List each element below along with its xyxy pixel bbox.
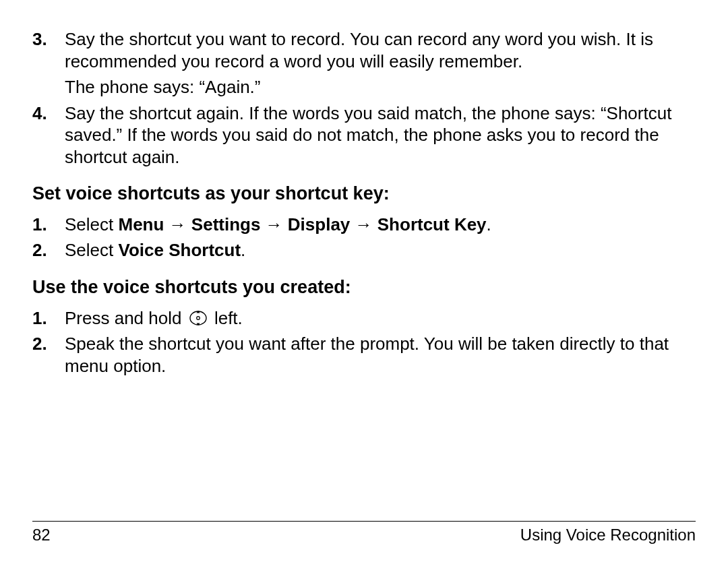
step-suffix: . — [241, 240, 245, 260]
step-4: 4. Say the shortcut again. If the words … — [32, 102, 696, 168]
step-number: 1. — [32, 214, 65, 236]
step-number: 3. — [32, 28, 65, 98]
svg-point-1 — [196, 316, 200, 319]
content-area: 3. Say the shortcut you want to record. … — [32, 28, 696, 377]
step-suffix: . — [487, 214, 491, 235]
svg-point-0 — [190, 311, 206, 325]
step-text: Say the shortcut again. If the words you… — [65, 102, 696, 168]
menu-path: Menu → Settings → Display → Shortcut Key — [119, 214, 487, 235]
page-number: 82 — [32, 526, 51, 544]
step-body: Select Voice Shortcut. — [65, 239, 696, 261]
step-text: Say the shortcut you want to record. You… — [65, 28, 696, 72]
step-number: 4. — [32, 102, 65, 168]
set-step-2: 2. Select Voice Shortcut. — [32, 239, 696, 261]
step-number: 2. — [32, 333, 65, 377]
step-3: 3. Say the shortcut you want to record. … — [32, 28, 696, 98]
heading-use-shortcuts: Use the voice shortcuts you created: — [32, 276, 696, 299]
step-prefix: Press and hold — [65, 308, 187, 328]
step-body: Press and hold left. — [65, 307, 696, 330]
step-body: Say the shortcut you want to record. You… — [65, 28, 696, 98]
heading-set-shortcut-key: Set voice shortcuts as your shortcut key… — [32, 183, 696, 206]
menu-option: Voice Shortcut — [119, 240, 241, 260]
step-subtext: The phone says: “Again.” — [65, 76, 696, 98]
page-footer: 82 Using Voice Recognition — [32, 521, 696, 544]
step-number: 1. — [32, 307, 65, 330]
step-prefix: Select — [65, 214, 119, 235]
page: 3. Say the shortcut you want to record. … — [0, 0, 728, 562]
set-step-1: 1. Select Menu → Settings → Display → Sh… — [32, 214, 696, 236]
section-title: Using Voice Recognition — [520, 526, 696, 544]
step-number: 2. — [32, 239, 65, 261]
step-body: Say the shortcut again. If the words you… — [65, 102, 696, 168]
nav-key-icon — [189, 309, 207, 327]
step-prefix: Select — [65, 240, 119, 260]
step-body: Speak the shortcut you want after the pr… — [65, 333, 696, 377]
step-suffix: left. — [210, 308, 243, 328]
use-step-1: 1. Press and hold left. — [32, 307, 696, 330]
step-body: Select Menu → Settings → Display → Short… — [65, 214, 696, 236]
footer-row: 82 Using Voice Recognition — [32, 526, 696, 544]
use-step-2: 2. Speak the shortcut you want after the… — [32, 333, 696, 377]
footer-rule — [32, 521, 696, 522]
step-text: Speak the shortcut you want after the pr… — [65, 334, 669, 376]
